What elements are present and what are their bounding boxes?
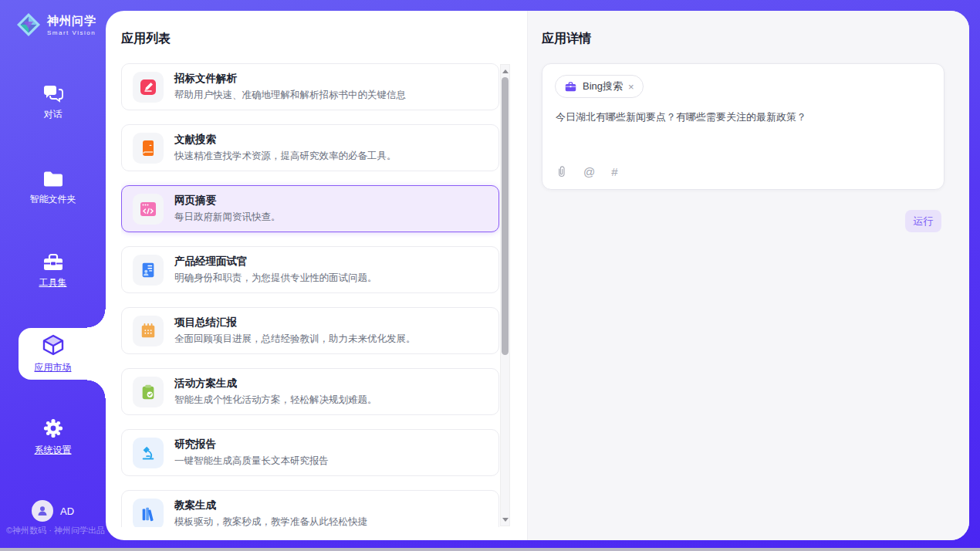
- app-list-title: 应用列表: [121, 31, 171, 47]
- sidebar-item-label: 系统设置: [35, 444, 72, 457]
- sidebar-item-label: 对话: [44, 108, 63, 121]
- bubble-notch-top: [87, 309, 106, 328]
- app-card-project-summary[interactable]: 项目总结汇报 全面回顾项目进展，总结经验教训，助力未来优化发展。: [121, 307, 499, 354]
- app-card-desc: 模板驱动，教案秒成，教学准备从此轻松快捷: [174, 516, 367, 527]
- app-card-title: 项目总结汇报: [174, 316, 416, 330]
- books-icon: [133, 499, 164, 528]
- app-card-title: 教案生成: [174, 499, 367, 512]
- prompt-card: Bing搜索 × 今日湖北有哪些新闻要点？有哪些需要关注的最新政策？ @ #: [542, 63, 945, 190]
- toolbox-icon: [42, 253, 64, 272]
- sidebar-item-toolbox[interactable]: 工具集: [0, 253, 106, 289]
- pen-square-icon: [133, 72, 164, 103]
- app-card-title: 文献搜索: [174, 133, 397, 147]
- copyright-text: ©神州数码 · 神州问学出品: [6, 525, 105, 536]
- tool-chip-label: Bing搜索: [583, 79, 623, 93]
- microscope-icon: [133, 438, 164, 468]
- app-card-desc: 明确身份和职责，为您提供专业性的面试问题。: [174, 272, 377, 285]
- app-card-title: 活动方案生成: [174, 377, 377, 390]
- app-card-pm-interviewer[interactable]: 产品经理面试官 明确身份和职责，为您提供专业性的面试问题。: [121, 246, 499, 293]
- main-window: 应用列表 招标文件解析 帮助用户快速、准确地理解和解析招标书中的关键信息 文献搜…: [106, 11, 969, 540]
- app-card-event-plan[interactable]: 活动方案生成 智能生成个性化活动方案，轻松解决规划难题。: [121, 368, 499, 415]
- app-card-desc: 智能生成个性化活动方案，轻松解决规划难题。: [174, 394, 377, 407]
- query-input[interactable]: 今日湖北有哪些新闻要点？有哪些需要关注的最新政策？: [556, 110, 926, 124]
- sidebar-item-smart-folder[interactable]: 智能文件夹: [0, 170, 106, 206]
- app-card-desc: 一键智能生成高质量长文本研究报告: [174, 455, 329, 468]
- diamond-logo-icon: [15, 12, 42, 38]
- bubble-notch-bottom: [87, 380, 106, 398]
- close-icon[interactable]: ×: [628, 82, 634, 92]
- sidebar: 神州问学 Smart Vision 对话 智能文件夹 工具集: [0, 0, 106, 548]
- clipboard-check-icon: [133, 377, 164, 407]
- resume-icon: [133, 255, 164, 286]
- brand-logo: 神州问学 Smart Vision: [15, 12, 96, 38]
- app-list: 招标文件解析 帮助用户快速、准确地理解和解析招标书中的关键信息 文献搜索 快速精…: [121, 63, 501, 527]
- app-card-literature-search[interactable]: 文献搜索 快速精准查找学术资源，提高研究效率的必备工具。: [121, 124, 499, 171]
- app-root: 应用列表 招标文件解析 帮助用户快速、准确地理解和解析招标书中的关键信息 文献搜…: [0, 0, 980, 551]
- app-card-title: 网页摘要: [174, 194, 281, 208]
- scroll-up-icon[interactable]: [501, 66, 509, 76]
- list-scrollbar[interactable]: [500, 64, 510, 526]
- folder-icon: [42, 170, 64, 188]
- sidebar-item-label: 应用市场: [35, 361, 72, 374]
- scroll-down-icon[interactable]: [501, 515, 509, 524]
- bottom-strip: [0, 548, 980, 551]
- user-name: AD: [60, 505, 74, 517]
- app-detail-panel: 应用详情 Bing搜索 × 今日湖北有哪些新闻要点？有哪些需要关注的最新政策？ …: [527, 11, 969, 540]
- sidebar-item-settings[interactable]: 系统设置: [0, 417, 106, 457]
- briefcase-icon: [564, 80, 577, 93]
- hash-icon[interactable]: #: [611, 165, 617, 178]
- brand-name: 神州问学: [47, 14, 96, 29]
- sidebar-item-label: 智能文件夹: [30, 193, 76, 206]
- app-card-research-report[interactable]: 研究报告 一键智能生成高质量长文本研究报告: [121, 429, 499, 476]
- cube-icon: [42, 333, 65, 357]
- app-card-lesson-plan[interactable]: 教案生成 模板驱动，教案秒成，教学准备从此轻松快捷: [121, 490, 499, 527]
- scrollbar-thumb[interactable]: [502, 77, 509, 355]
- user-row[interactable]: AD: [0, 500, 106, 522]
- gear-icon: [42, 417, 64, 439]
- avatar: [32, 500, 53, 522]
- app-card-desc: 快速精准查找学术资源，提高研究效率的必备工具。: [174, 150, 397, 163]
- app-card-desc: 每日政府新闻资讯快查。: [174, 211, 281, 224]
- app-card-title: 招标文件解析: [174, 72, 406, 86]
- mention-icon[interactable]: @: [583, 165, 595, 178]
- sidebar-item-app-market[interactable]: 应用市场: [0, 333, 106, 374]
- browser-code-icon: [133, 194, 164, 225]
- notepad-icon: [133, 316, 164, 346]
- app-card-desc: 帮助用户快速、准确地理解和解析招标书中的关键信息: [174, 89, 406, 102]
- app-card-bid-parsing[interactable]: 招标文件解析 帮助用户快速、准确地理解和解析招标书中的关键信息: [121, 63, 499, 110]
- sidebar-item-chat[interactable]: 对话: [0, 83, 106, 121]
- run-button[interactable]: 运行: [905, 210, 941, 232]
- app-card-title: 研究报告: [174, 438, 329, 451]
- tool-chip-bing-search[interactable]: Bing搜索 ×: [555, 75, 644, 98]
- brand-subtitle: Smart Vision: [47, 29, 96, 36]
- book-icon: [133, 133, 164, 164]
- chat-icon: [42, 83, 64, 103]
- app-detail-title: 应用详情: [542, 31, 591, 47]
- app-card-title: 产品经理面试官: [174, 255, 377, 269]
- app-card-desc: 全面回顾项目进展，总结经验教训，助力未来优化发展。: [174, 333, 416, 346]
- paperclip-icon[interactable]: [556, 165, 567, 178]
- app-card-web-summary[interactable]: 网页摘要 每日政府新闻资讯快查。: [121, 185, 499, 232]
- sidebar-item-label: 工具集: [39, 276, 67, 289]
